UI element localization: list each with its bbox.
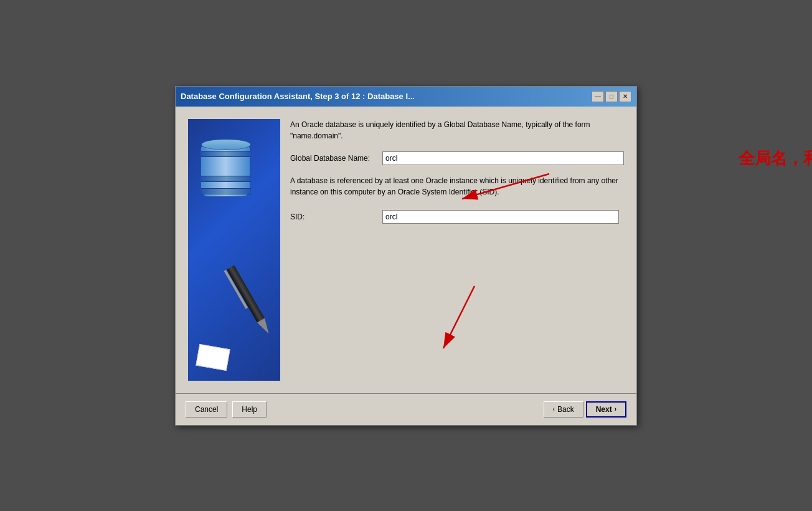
title-bar: Database Configuration Assistant, Step 3…	[176, 87, 636, 107]
barrel-body	[201, 144, 250, 197]
sid-label: SID:	[290, 213, 377, 221]
cancel-button[interactable]: Cancel	[186, 401, 227, 418]
dialog-title: Database Configuration Assistant, Step 3…	[181, 92, 592, 101]
barrel-ring-3	[201, 188, 251, 194]
dialog-footer: Cancel Help ‹ Back Next ›	[176, 393, 636, 425]
barrel-ring-2	[201, 176, 251, 182]
back-chevron-icon: ‹	[553, 406, 555, 413]
sid-row: SID:	[290, 210, 624, 224]
description-text-1: An Oracle database is uniquely identifie…	[290, 119, 624, 141]
help-button[interactable]: Help	[232, 401, 267, 418]
maximize-button[interactable]: □	[605, 91, 618, 102]
barrel-ring-1	[201, 151, 251, 157]
svg-line-3	[443, 286, 474, 348]
annotation-top-right: 全局名，和SID保持一致	[739, 148, 812, 170]
barrel-illustration	[201, 144, 250, 206]
pen-tip	[257, 318, 273, 336]
close-button[interactable]: ✕	[619, 91, 631, 102]
global-db-name-input[interactable]	[382, 151, 624, 165]
dialog-body: An Oracle database is uniquely identifie…	[176, 107, 636, 393]
pen-body	[227, 265, 265, 323]
minimize-button[interactable]: —	[592, 91, 604, 102]
right-panel: An Oracle database is uniquely identifie…	[290, 119, 624, 381]
footer-left: Cancel Help	[186, 401, 267, 418]
title-bar-controls: — □ ✕	[592, 91, 631, 102]
global-db-name-row: Global Database Name:	[290, 151, 624, 165]
left-panel	[188, 119, 280, 381]
back-button[interactable]: ‹ Back	[544, 401, 583, 418]
dialog-wrapper: 全局名，和SID保持一致 和.bash_profile文件配置的 实例名保持一致…	[175, 86, 637, 426]
sid-input[interactable]	[382, 210, 619, 224]
arrow-to-sid	[425, 280, 518, 361]
footer-right: ‹ Back Next ›	[544, 401, 626, 418]
description-text-2: A database is referenced by at least one…	[290, 175, 624, 198]
tag-illustration	[196, 343, 230, 370]
global-db-name-label: Global Database Name:	[290, 154, 377, 163]
dialog: Database Configuration Assistant, Step 3…	[175, 86, 637, 426]
barrel-top	[201, 139, 251, 150]
next-chevron-icon: ›	[615, 406, 616, 413]
pen-illustration	[205, 249, 280, 350]
next-button[interactable]: Next ›	[586, 401, 626, 418]
desktop: 全局名，和SID保持一致 和.bash_profile文件配置的 实例名保持一致…	[0, 0, 812, 511]
